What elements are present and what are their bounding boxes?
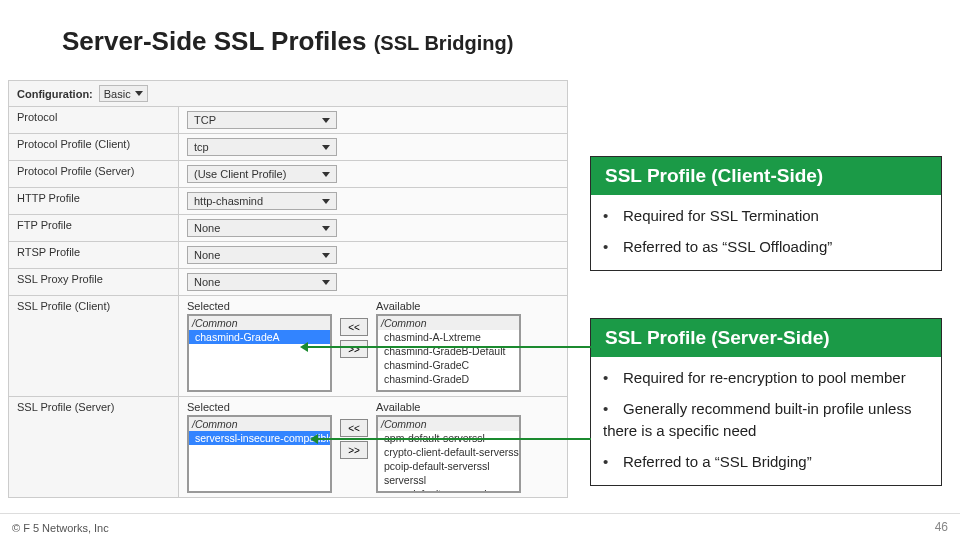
- arrow-left-icon: [300, 342, 308, 352]
- chevron-down-icon: [322, 199, 330, 204]
- protocol-server-select[interactable]: (Use Client Profile): [187, 165, 337, 183]
- list-group: /Common: [378, 417, 519, 431]
- row-label: RTSP Profile: [9, 242, 179, 269]
- callout-bullet: Referred to a “SSL Bridging”: [599, 447, 933, 478]
- config-header: Configuration: Basic: [8, 80, 568, 106]
- callout-heading: SSL Profile (Server-Side): [591, 319, 941, 357]
- chevron-down-icon: [322, 118, 330, 123]
- row-label: SSL Profile (Server): [9, 397, 179, 498]
- slide-title: Server-Side SSL Profiles (SSL Bridging): [62, 26, 513, 57]
- divider: [0, 513, 960, 514]
- chevron-down-icon: [322, 172, 330, 177]
- chevron-down-icon: [322, 253, 330, 258]
- config-label: Configuration:: [17, 88, 93, 100]
- chevron-down-icon: [135, 91, 143, 96]
- row-label: HTTP Profile: [9, 188, 179, 215]
- callout-bullet: Required for re-encryption to pool membe…: [599, 363, 933, 394]
- chevron-down-icon: [322, 280, 330, 285]
- select-value: None: [194, 249, 220, 261]
- list-item[interactable]: pcoip-default-serverssl: [378, 459, 519, 473]
- list-item[interactable]: chasmind-GradeC: [378, 358, 519, 372]
- row-label: Protocol: [9, 107, 179, 134]
- select-value: tcp: [194, 141, 209, 153]
- server-available-listbox[interactable]: /Common apm-default-serverssl crypto-cli…: [376, 415, 521, 493]
- chevron-down-icon: [322, 145, 330, 150]
- footer-copyright: © F 5 Networks, Inc: [12, 522, 109, 534]
- select-value: None: [194, 276, 220, 288]
- move-left-button[interactable]: <<: [340, 318, 368, 336]
- callout-heading: SSL Profile (Client-Side): [591, 157, 941, 195]
- callout-client-ssl: SSL Profile (Client-Side) Required for S…: [590, 156, 942, 271]
- list-item[interactable]: wom-default-serverssl: [378, 487, 519, 493]
- select-value: http-chasmind: [194, 195, 263, 207]
- callout-list: Required for re-encryption to pool membe…: [591, 357, 941, 485]
- select-value: TCP: [194, 114, 216, 126]
- arrow-to-client-list: [307, 346, 591, 348]
- row-label: Protocol Profile (Server): [9, 161, 179, 188]
- list-group: /Common: [378, 316, 519, 330]
- select-value: None: [194, 222, 220, 234]
- list-item[interactable]: chasmind-GradeD: [378, 372, 519, 386]
- list-item[interactable]: chasmind-A-Lxtreme: [378, 330, 519, 344]
- ftp-profile-select[interactable]: None: [187, 219, 337, 237]
- config-mode-select[interactable]: Basic: [99, 85, 148, 102]
- protocol-select[interactable]: TCP: [187, 111, 337, 129]
- row-label: FTP Profile: [9, 215, 179, 242]
- available-title: Available: [376, 300, 521, 312]
- client-available-listbox[interactable]: /Common chasmind-A-Lxtreme chasmind-Grad…: [376, 314, 521, 392]
- page-number: 46: [935, 520, 948, 534]
- row-label: Protocol Profile (Client): [9, 134, 179, 161]
- server-ssl-duallist: Selected /Common serverssl-insecure-comp…: [187, 401, 559, 493]
- callout-bullet: Generally recommend built-in profile unl…: [599, 394, 933, 447]
- arrow-to-server-list: [317, 438, 591, 440]
- callout-bullet: Referred to as “SSL Offloading”: [599, 232, 933, 263]
- arrow-left-icon: [310, 434, 318, 444]
- protocol-client-select[interactable]: tcp: [187, 138, 337, 156]
- http-profile-select[interactable]: http-chasmind: [187, 192, 337, 210]
- callout-list: Required for SSL Termination Referred to…: [591, 195, 941, 270]
- move-right-button[interactable]: >>: [340, 441, 368, 459]
- config-panel: Configuration: Basic Protocol TCP Protoc…: [8, 80, 568, 498]
- list-item[interactable]: serverssl: [378, 473, 519, 487]
- client-selected-listbox[interactable]: /Common chasmind-GradeA: [187, 314, 332, 392]
- select-value: (Use Client Profile): [194, 168, 286, 180]
- callout-bullet: Required for SSL Termination: [599, 201, 933, 232]
- callout-server-ssl: SSL Profile (Server-Side) Required for r…: [590, 318, 942, 486]
- title-sub: (SSL Bridging): [374, 32, 514, 54]
- available-title: Available: [376, 401, 521, 413]
- list-item[interactable]: serverssl-insecure-compatible: [189, 431, 330, 445]
- list-item[interactable]: crypto-client-default-serverss: [378, 445, 519, 459]
- list-item[interactable]: chasmind-GradeA: [189, 330, 330, 344]
- rtsp-profile-select[interactable]: None: [187, 246, 337, 264]
- selected-title: Selected: [187, 401, 332, 413]
- config-mode-value: Basic: [104, 88, 131, 100]
- move-left-button[interactable]: <<: [340, 419, 368, 437]
- row-label: SSL Profile (Client): [9, 296, 179, 397]
- list-group: /Common: [189, 316, 330, 330]
- row-label: SSL Proxy Profile: [9, 269, 179, 296]
- selected-title: Selected: [187, 300, 332, 312]
- move-right-button[interactable]: >>: [340, 340, 368, 358]
- list-group: /Common: [189, 417, 330, 431]
- server-selected-listbox[interactable]: /Common serverssl-insecure-compatible: [187, 415, 332, 493]
- ssl-proxy-select[interactable]: None: [187, 273, 337, 291]
- title-main: Server-Side SSL Profiles: [62, 26, 366, 56]
- chevron-down-icon: [322, 226, 330, 231]
